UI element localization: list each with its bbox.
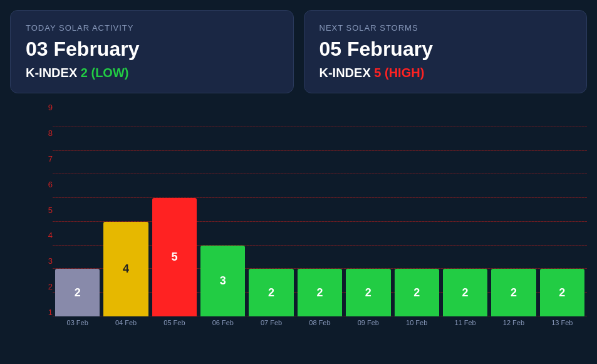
bar: 3 — [200, 246, 245, 316]
bar-col: 5 — [152, 103, 197, 316]
x-label: 13 Feb — [540, 318, 584, 335]
bar: 2 — [395, 269, 439, 316]
today-k-level: (LOW) — [91, 66, 128, 80]
y-label: 2 — [35, 283, 53, 291]
bar-col: 2 — [249, 103, 293, 316]
x-label: 09 Feb — [346, 318, 390, 335]
x-labels: 03 Feb04 Feb05 Feb06 Feb07 Feb08 Feb09 F… — [53, 318, 587, 335]
next-card-label: NEXT SOLAR STORMS — [319, 23, 572, 33]
next-k-level: (HIGH) — [385, 66, 424, 80]
bar-col: 4 — [103, 103, 148, 316]
bar: 4 — [103, 222, 148, 316]
bar-col: 3 — [200, 103, 245, 316]
x-label: 05 Feb — [152, 318, 197, 335]
bar-col: 2 — [298, 103, 342, 316]
bar-col: 2 — [395, 103, 439, 316]
chart-area: 123456789 24532222222 03 Feb04 Feb05 Feb… — [10, 103, 587, 354]
bar-col: 2 — [346, 103, 390, 316]
bar-col: 2 — [491, 103, 536, 316]
bar: 2 — [540, 269, 584, 316]
today-k-index: K-INDEX 2 (LOW) — [26, 66, 278, 80]
next-card-date: 05 February — [319, 38, 572, 61]
y-label: 8 — [35, 129, 53, 137]
y-label: 4 — [35, 231, 53, 239]
bar: 2 — [249, 269, 293, 316]
y-label: 3 — [35, 257, 53, 265]
x-label: 06 Feb — [200, 318, 245, 335]
bar: 2 — [443, 269, 487, 316]
y-label: 6 — [35, 180, 53, 189]
next-k-index-text: K-INDEX — [319, 66, 371, 80]
x-label: 07 Feb — [249, 318, 293, 335]
x-label: 11 Feb — [443, 318, 487, 335]
next-k-index-num: 5 — [374, 66, 381, 80]
bar: 2 — [298, 269, 342, 316]
bar: 5 — [152, 198, 197, 316]
bar: 2 — [491, 269, 536, 316]
y-label: 9 — [35, 103, 53, 112]
bar: 2 — [346, 269, 390, 316]
next-k-index: K-INDEX 5 (HIGH) — [319, 66, 572, 80]
chart-inner: 123456789 24532222222 03 Feb04 Feb05 Feb… — [35, 103, 587, 335]
next-storm-card: NEXT SOLAR STORMS 05 February K-INDEX 5 … — [304, 10, 588, 93]
x-label: 08 Feb — [298, 318, 342, 335]
today-card-date: 03 February — [26, 38, 278, 61]
bar-col: 2 — [443, 103, 487, 316]
x-label: 10 Feb — [395, 318, 439, 335]
cards-row: TODAY SOLAR ACTIVITY 03 February K-INDEX… — [10, 10, 587, 93]
today-k-index-text: K-INDEX — [26, 66, 77, 80]
x-label: 03 Feb — [55, 318, 100, 335]
y-axis: 123456789 — [35, 103, 53, 316]
main-container: TODAY SOLAR ACTIVITY 03 February K-INDEX… — [0, 0, 597, 364]
x-label: 12 Feb — [491, 318, 536, 335]
x-label: 04 Feb — [103, 318, 148, 335]
bar: 2 — [55, 269, 100, 316]
y-label: 1 — [35, 308, 53, 316]
today-solar-card: TODAY SOLAR ACTIVITY 03 February K-INDEX… — [10, 10, 294, 93]
bar-col: 2 — [540, 103, 584, 316]
today-k-index-num: 2 — [81, 66, 88, 80]
bar-col: 2 — [55, 103, 100, 316]
today-card-label: TODAY SOLAR ACTIVITY — [26, 23, 278, 33]
bars-container: 24532222222 — [53, 103, 587, 316]
y-label: 7 — [35, 155, 53, 163]
y-label: 5 — [35, 206, 53, 214]
